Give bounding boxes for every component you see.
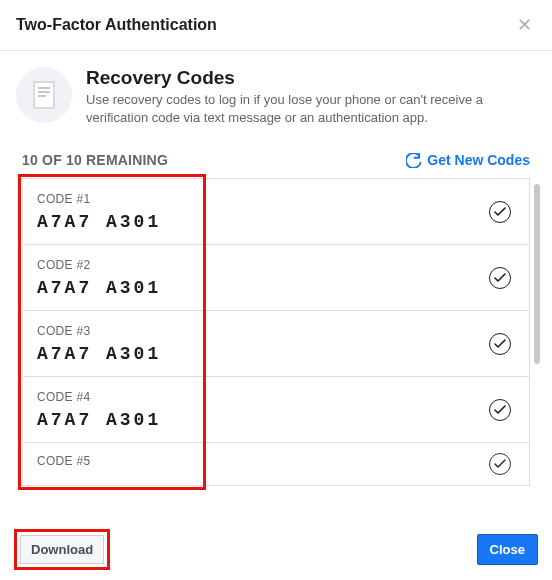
hero-description: Use recovery codes to log in if you lose…: [86, 91, 536, 126]
annotation-highlight-download: Download: [14, 529, 110, 570]
code-label: CODE #2: [37, 258, 161, 272]
codes-list-container: CODE #1 A7A7 A301 CODE #2 A7A7 A301 CODE…: [22, 178, 530, 486]
status-row: 10 OF 10 REMAINING Get New Codes: [0, 134, 552, 178]
code-row: CODE #2 A7A7 A301: [23, 245, 529, 311]
download-button[interactable]: Download: [20, 535, 104, 564]
hero-section: Recovery Codes Use recovery codes to log…: [0, 51, 552, 134]
svg-rect-3: [38, 91, 50, 93]
code-label: CODE #4: [37, 390, 161, 404]
close-button[interactable]: Close: [477, 534, 538, 565]
document-icon: [16, 67, 72, 123]
code-label: CODE #1: [37, 192, 161, 206]
code-label: CODE #5: [37, 454, 90, 468]
code-row: CODE #5: [23, 443, 529, 485]
close-icon[interactable]: ✕: [513, 12, 536, 38]
checkmark-icon: [489, 267, 511, 289]
svg-rect-4: [38, 95, 46, 97]
refresh-icon: [406, 153, 421, 168]
checkmark-icon: [489, 399, 511, 421]
get-new-codes-label: Get New Codes: [427, 152, 530, 168]
code-value: A7A7 A301: [37, 211, 161, 232]
code-value: A7A7 A301: [37, 343, 161, 364]
code-value: A7A7 A301: [37, 409, 161, 430]
code-row: CODE #1 A7A7 A301: [23, 179, 529, 245]
get-new-codes-button[interactable]: Get New Codes: [406, 152, 530, 168]
code-value: A7A7 A301: [37, 277, 161, 298]
scrollbar[interactable]: [534, 184, 540, 364]
code-label: CODE #3: [37, 324, 161, 338]
codes-list[interactable]: CODE #1 A7A7 A301 CODE #2 A7A7 A301 CODE…: [22, 178, 530, 486]
checkmark-icon: [489, 201, 511, 223]
hero-title: Recovery Codes: [86, 67, 536, 89]
svg-rect-2: [38, 87, 50, 89]
code-row: CODE #3 A7A7 A301: [23, 311, 529, 377]
remaining-count: 10 OF 10 REMAINING: [22, 152, 168, 168]
code-row: CODE #4 A7A7 A301: [23, 377, 529, 443]
modal-title: Two-Factor Authentication: [16, 16, 217, 34]
modal-header: Two-Factor Authentication ✕: [0, 0, 552, 51]
hero-text: Recovery Codes Use recovery codes to log…: [86, 67, 536, 126]
checkmark-icon: [489, 453, 511, 475]
checkmark-icon: [489, 333, 511, 355]
modal-footer: Download Close: [0, 529, 552, 570]
